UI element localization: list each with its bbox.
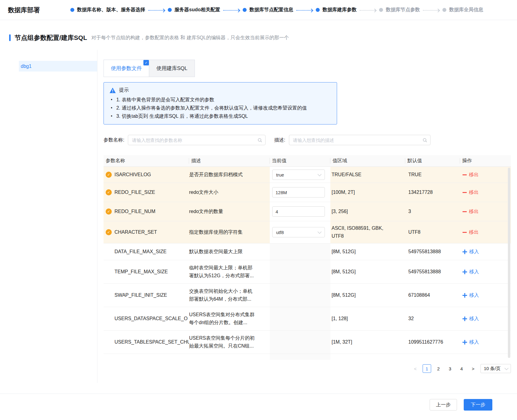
value-range-cell: [100M, 2T] bbox=[330, 183, 405, 202]
next-step-button[interactable]: 下一步 bbox=[464, 399, 492, 411]
alert-item: •1. 表格中黄色背景的是会写入配置文件的参数 bbox=[109, 96, 331, 104]
param-name-cell: TEMP_FILE_MAX_SIZE bbox=[104, 260, 189, 283]
remove-button[interactable]: 移出 bbox=[462, 172, 479, 178]
action-label: 移出 bbox=[469, 208, 479, 215]
param-name-cell: ✓REDO_FILE_SIZE bbox=[104, 183, 189, 202]
current-value-input[interactable] bbox=[272, 206, 325, 217]
value-range-cell: ASCII, ISO88591, GBK, UTF8 bbox=[330, 221, 405, 243]
plus-icon bbox=[462, 340, 467, 345]
table-row: UNDO_FILE_MAX_SIZEundo表空间最大上限[8M, 512G]3… bbox=[104, 354, 511, 360]
filter-row: 参数名称: 描述: bbox=[104, 135, 511, 145]
action-label: 移出 bbox=[469, 172, 479, 178]
search-icon bbox=[423, 138, 427, 142]
badge-spacer bbox=[106, 316, 112, 322]
pagination-next-button[interactable]: > bbox=[469, 364, 477, 373]
step-arrow-icon bbox=[360, 10, 375, 11]
param-desc-cell: USERS表空间集对分布式集群每个dn组的分片数。创建... bbox=[189, 307, 270, 330]
chevron-down-icon bbox=[318, 172, 322, 176]
remove-button[interactable]: 移出 bbox=[462, 208, 479, 215]
remove-button[interactable]: 移出 bbox=[462, 189, 479, 196]
page-buttons: 1234 bbox=[423, 364, 466, 373]
action-cell: 移出 bbox=[460, 202, 511, 221]
add-button[interactable]: 移入 bbox=[462, 249, 479, 255]
tab-use-create-sql[interactable]: 使用建库SQL bbox=[149, 60, 195, 77]
minus-icon bbox=[462, 232, 467, 233]
title-accent-bar bbox=[9, 34, 11, 41]
current-value-cell bbox=[270, 183, 330, 202]
select-value: true bbox=[276, 172, 284, 177]
remove-button[interactable]: 移出 bbox=[462, 229, 479, 236]
step-dot-icon bbox=[70, 8, 74, 12]
action-label: 移入 bbox=[469, 316, 479, 322]
alert-header: 提示 bbox=[109, 87, 331, 93]
page-size-select[interactable]: 10 条/页 bbox=[480, 364, 511, 373]
pagination-prev-button[interactable]: < bbox=[411, 364, 420, 373]
step-item: 数据库名称、版本、服务器选择 bbox=[70, 7, 145, 13]
current-value-cell bbox=[270, 243, 330, 260]
action-cell: 移入 bbox=[460, 331, 511, 354]
param-name-cell: ✓CHARACTER_SET bbox=[104, 221, 189, 243]
main-panel: 使用参数文件 ✓ 使用建库SQL 提示 •1. 表格中黄色背 bbox=[104, 50, 511, 383]
param-name: REDO_FILE_NUM bbox=[114, 209, 155, 214]
page-button-3[interactable]: 3 bbox=[446, 364, 454, 373]
param-name-search-input[interactable] bbox=[128, 135, 266, 145]
table-body: ✓ISARCHIVELOG是否开启数据库归档模式trueTRUE/FALSETR… bbox=[104, 167, 511, 360]
current-value-input[interactable] bbox=[272, 187, 325, 198]
value-range-cell: [8M, 512G] bbox=[330, 260, 405, 283]
param-name-cell: ✓REDO_FILE_NUM bbox=[104, 202, 189, 221]
param-desc-cell: 临时表空间最大上限；单机部署默认为512G，分布式部署... bbox=[189, 260, 270, 283]
col-desc: 描述 bbox=[189, 155, 270, 166]
param-name: DATA_FILE_MAX_SIZE bbox=[114, 249, 167, 254]
table-row: TEMP_FILE_MAX_SIZE临时表空间最大上限；单机部署默认为512G，… bbox=[104, 260, 511, 284]
value-range-cell: [8M, 512G] bbox=[330, 284, 405, 307]
action-label: 移出 bbox=[469, 229, 479, 236]
bullet-icon: • bbox=[111, 96, 112, 104]
param-desc-cell: 交换表空间初始化大小；单机部署默认为64M，分布式部... bbox=[189, 284, 270, 307]
plus-icon bbox=[462, 317, 467, 321]
app-title: 数据库部署 bbox=[8, 6, 40, 14]
table-row: ✓REDO_FILE_NUMredo文件的数量[3, 256]3移出 bbox=[104, 202, 511, 221]
table-row: ✓CHARACTER_SET指定数据库使用的字符集utf8ASCII, ISO8… bbox=[104, 221, 511, 243]
current-value-select[interactable]: utf8 bbox=[272, 227, 325, 237]
param-name-filter bbox=[128, 135, 266, 145]
desc-search-input[interactable] bbox=[289, 135, 431, 145]
step-dot-icon bbox=[379, 8, 383, 12]
step-arrow-icon bbox=[296, 10, 312, 11]
value-range-cell: [1M, 32T] bbox=[330, 331, 405, 354]
search-icon bbox=[258, 138, 262, 142]
add-button[interactable]: 移入 bbox=[462, 269, 479, 275]
page-button-4[interactable]: 4 bbox=[457, 364, 466, 373]
param-name-cell: DATA_FILE_MAX_SIZE bbox=[104, 243, 189, 260]
tab-use-parameter-file[interactable]: 使用参数文件 ✓ bbox=[104, 60, 149, 77]
page-button-1[interactable]: 1 bbox=[423, 364, 431, 373]
page-size-value: 10 条/页 bbox=[484, 366, 501, 372]
add-button[interactable]: 移入 bbox=[462, 292, 479, 299]
action-label: 移入 bbox=[469, 249, 479, 255]
value-range-cell: [8M, 512G] bbox=[330, 354, 405, 360]
action-label: 移入 bbox=[469, 339, 479, 345]
step-dot-icon bbox=[168, 8, 172, 12]
included-check-icon: ✓ bbox=[106, 189, 112, 195]
page-button-2[interactable]: 2 bbox=[434, 364, 443, 373]
current-value-cell bbox=[270, 260, 330, 283]
sidebar-item-dbg1[interactable]: dbg1 bbox=[19, 61, 97, 72]
included-check-icon: ✓ bbox=[106, 172, 112, 178]
col-param-name: 参数名称 bbox=[104, 155, 189, 166]
param-name: TEMP_FILE_MAX_SIZE bbox=[114, 269, 168, 275]
step-item: 数据库全局信息 bbox=[442, 7, 483, 13]
param-name-cell: ✓ISARCHIVELOG bbox=[104, 167, 189, 183]
action-label: 移出 bbox=[469, 189, 479, 196]
col-current-value: 当前值 bbox=[270, 155, 330, 166]
current-value-select[interactable]: true bbox=[272, 170, 325, 180]
add-button[interactable]: 移入 bbox=[462, 339, 479, 345]
current-value-cell bbox=[270, 202, 330, 221]
step-item: 数据库节点参数 bbox=[379, 7, 420, 13]
step-arrow-icon bbox=[223, 10, 239, 11]
alert-item: •3. 切换tab页到 生成建库SQL 后，将通过此参数表格生成SQL bbox=[109, 112, 331, 120]
param-name: SWAP_FILE_INIT_SIZE bbox=[114, 292, 167, 298]
add-button[interactable]: 移入 bbox=[462, 316, 479, 322]
vertical-scrollbar[interactable] bbox=[508, 168, 510, 358]
prev-step-button[interactable]: 上一步 bbox=[430, 399, 457, 411]
current-value-cell bbox=[270, 331, 330, 354]
step-label: 数据库节点参数 bbox=[386, 7, 420, 13]
